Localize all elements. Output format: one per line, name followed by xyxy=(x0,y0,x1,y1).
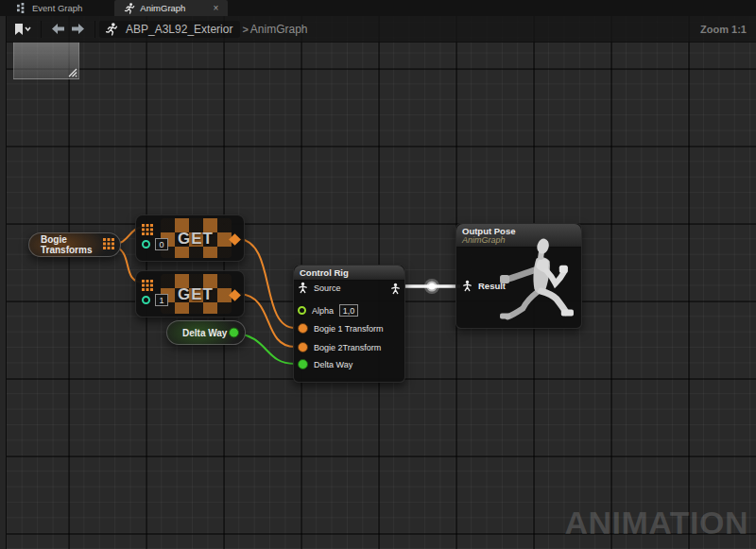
pin-label: Alpha xyxy=(312,306,334,316)
node-output-pose[interactable]: Output Pose AnimGraph Result xyxy=(455,223,582,329)
tab-close-icon[interactable]: × xyxy=(200,3,219,13)
row-alpha: Alpha 1,0 xyxy=(298,304,358,317)
node-get-0[interactable]: GET 0 xyxy=(135,214,245,262)
node-control-rig[interactable]: Control Rig Source Alpha 1,0 Bogie 1 Tra… xyxy=(293,265,405,383)
pin-get0-index-in[interactable] xyxy=(142,240,150,249)
pose-pin-icon[interactable] xyxy=(298,282,308,294)
toolbar-separator xyxy=(41,21,42,38)
back-arrow-icon[interactable] xyxy=(51,24,65,34)
row-source: Source xyxy=(298,282,341,294)
pin-delta-way-in[interactable] xyxy=(298,359,308,369)
toolbar-separator xyxy=(94,21,95,38)
tab-label: Event Graph xyxy=(32,3,82,13)
tab-label: AnimGraph xyxy=(140,3,185,13)
pin-bogie2-transform-in[interactable] xyxy=(298,342,308,352)
breadcrumb: ABP_A3L92_Exterior xyxy=(99,21,240,38)
get1-index-value[interactable]: 1 xyxy=(155,294,168,306)
graph-type-watermark: ANIMATION xyxy=(564,505,748,541)
pose-pin-icon[interactable] xyxy=(462,280,472,292)
running-person-icon xyxy=(105,23,118,36)
graph-toolbar: ABP_A3L92_Exterior > AnimGraph Zoom 1:1 xyxy=(7,16,756,43)
get-node-title: GET xyxy=(159,230,232,249)
event-graph-icon xyxy=(17,3,27,13)
running-mannequin-image xyxy=(498,236,576,324)
pin-control-rig-pose-out[interactable] xyxy=(390,282,401,299)
node-title: Control Rig xyxy=(300,267,399,278)
tab-bar: Event Graph AnimGraph × xyxy=(0,0,756,16)
tab-animgraph[interactable]: AnimGraph × xyxy=(114,0,228,16)
get-node-title: GET xyxy=(159,285,232,304)
pin-bogie1-transform-in[interactable] xyxy=(298,323,308,334)
pin-label: Delta Way xyxy=(314,360,352,369)
pin-get1-index-in[interactable] xyxy=(142,296,150,304)
variable-label: Delta Way xyxy=(182,328,227,338)
zoom-level-label: Zoom 1:1 xyxy=(700,24,747,35)
pin-label: Source xyxy=(314,283,341,293)
preview-panel[interactable] xyxy=(13,42,79,79)
breadcrumb-root[interactable]: ABP_A3L92_Exterior xyxy=(126,23,232,36)
breadcrumb-current[interactable]: AnimGraph xyxy=(250,23,308,36)
pin-get1-array-in[interactable] xyxy=(142,278,153,295)
node-variable-delta-way[interactable]: Delta Way xyxy=(166,320,246,345)
forward-arrow-icon[interactable] xyxy=(71,24,85,34)
array-grid-pin-icon xyxy=(142,224,153,235)
array-grid-pin-icon xyxy=(142,280,153,291)
row-delta-way: Delta Way xyxy=(298,359,352,369)
breadcrumb-separator-icon: > xyxy=(242,24,248,35)
pin-bogie-transforms-array-out[interactable] xyxy=(103,238,114,251)
row-bogie1-transform: Bogie 1 Transform xyxy=(298,323,384,334)
tab-event-graph[interactable]: Event Graph xyxy=(8,0,92,16)
running-person-icon xyxy=(124,3,135,14)
row-bogie2-transform: Bogie 2Transform xyxy=(298,342,381,352)
pin-get0-array-in[interactable] xyxy=(142,222,153,239)
pin-alpha-in[interactable] xyxy=(298,306,306,315)
array-grid-pin-icon xyxy=(103,238,114,249)
node-variable-bogie-transforms[interactable]: Bogie Transforms xyxy=(28,232,121,257)
pose-pin-icon xyxy=(390,283,401,295)
window-left-strip xyxy=(0,0,7,549)
pin-delta-way-out[interactable] xyxy=(229,328,239,338)
get0-index-value[interactable]: 0 xyxy=(155,238,168,250)
resize-grip-icon[interactable] xyxy=(66,66,77,77)
alpha-value-field[interactable]: 1,0 xyxy=(339,304,358,317)
pin-label: Bogie 1 Transform xyxy=(314,324,384,334)
animgraph-editor-window: ANIMATION Event Graph xyxy=(0,0,756,549)
pin-label: Bogie 2Transform xyxy=(314,343,381,352)
node-get-1[interactable]: GET 1 xyxy=(135,270,245,317)
node-header[interactable]: Control Rig xyxy=(294,266,404,281)
bookmark-icon[interactable] xyxy=(12,23,31,36)
